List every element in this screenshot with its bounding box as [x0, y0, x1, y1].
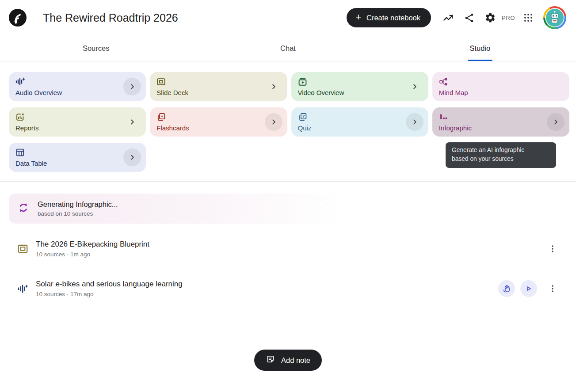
tab-sources[interactable]: Sources: [0, 35, 192, 61]
artifact-actions: [498, 280, 558, 297]
card-label: Slide Deck: [156, 89, 188, 96]
avatar-robot-image: [545, 8, 565, 27]
interactive-mode-hand-icon[interactable]: [498, 280, 515, 297]
notebook-title[interactable]: The Rewired Roadtrip 2026: [43, 11, 178, 24]
google-apps-grid-icon[interactable]: [518, 7, 539, 28]
card-label: Infographic: [439, 124, 472, 132]
chevron-right-icon[interactable]: [123, 113, 141, 131]
notebooklm-logo-icon[interactable]: [9, 9, 27, 27]
studio-card-audio-overview[interactable]: Audio Overview: [9, 72, 146, 101]
tab-sources-label: Sources: [83, 44, 110, 53]
slide-deck-icon: [156, 77, 281, 87]
studio-card-slide-deck[interactable]: Slide Deck: [150, 72, 287, 101]
chevron-right-icon[interactable]: [547, 113, 565, 131]
reports-icon: [15, 112, 140, 122]
generating-subtitle: based on 10 sources: [38, 210, 118, 217]
studio-card-video-overview[interactable]: Video Overview: [291, 72, 428, 101]
more-options-icon[interactable]: [547, 240, 558, 257]
studio-card-data-table[interactable]: Data Table: [9, 143, 146, 172]
chevron-right-icon[interactable]: [406, 113, 423, 131]
create-notebook-label: Create notebook: [366, 14, 420, 22]
footer: Add note: [0, 350, 576, 371]
artifact-actions: [542, 240, 558, 257]
header-icons: PRO: [437, 6, 566, 29]
share-icon[interactable]: [458, 7, 480, 28]
data-table-icon: [15, 148, 140, 157]
header: The Rewired Roadtrip 2026 + Create noteb…: [0, 0, 576, 35]
artifact-text: The 2026 E-Bikepacking Blueprint 10 sour…: [36, 240, 542, 258]
infographic-tooltip: Generate an AI infographic based on your…: [446, 142, 556, 168]
pro-badge: PRO: [502, 15, 515, 21]
more-options-icon[interactable]: [547, 280, 558, 297]
play-icon[interactable]: [520, 280, 537, 297]
note-icon: [266, 354, 275, 366]
mind-map-icon: [439, 77, 563, 87]
active-tab-underline: [468, 60, 492, 61]
slide-deck-icon: [17, 243, 29, 255]
flashcards-icon: [156, 112, 281, 122]
waveform-icon: [17, 283, 29, 294]
card-label: Data Table: [15, 160, 47, 167]
section-divider: [0, 181, 576, 182]
quiz-icon: ?: [298, 112, 422, 122]
studio-card-reports[interactable]: Reports: [9, 107, 146, 137]
tab-bar: Sources Chat Studio: [0, 35, 576, 61]
card-label: Flashcards: [156, 124, 189, 132]
chevron-right-icon[interactable]: [123, 78, 141, 95]
artifact-title: Solar e-bikes and serious language learn…: [36, 280, 498, 289]
chevron-right-icon[interactable]: [406, 78, 423, 95]
video-icon: [298, 77, 422, 87]
generating-title: Generating Infographic...: [38, 200, 118, 209]
generating-infographic-item[interactable]: Generating Infographic... based on 10 so…: [9, 194, 569, 224]
chevron-right-icon[interactable]: [265, 113, 282, 131]
card-label: Reports: [15, 124, 39, 132]
studio-card-flashcards[interactable]: Flashcards: [150, 107, 287, 137]
tab-chat[interactable]: Chat: [192, 35, 384, 61]
tab-studio-label: Studio: [469, 44, 490, 53]
artifact-row-audio-overview[interactable]: Solar e-bikes and serious language learn…: [17, 274, 558, 304]
tooltip-line-2: based on your sources: [452, 155, 550, 164]
card-label: Audio Overview: [15, 89, 62, 96]
tab-studio[interactable]: Studio: [384, 35, 576, 61]
studio-card-quiz[interactable]: ? Quiz: [291, 107, 428, 137]
chevron-right-icon[interactable]: [265, 78, 282, 95]
plus-icon: +: [355, 12, 361, 22]
tab-chat-label: Chat: [280, 44, 296, 53]
artifact-meta: 10 sources · 17m ago: [36, 291, 498, 297]
artifact-text: Solar e-bikes and serious language learn…: [36, 280, 498, 297]
studio-card-infographic[interactable]: Infographic: [432, 107, 569, 137]
generating-text: Generating Infographic... based on 10 so…: [38, 200, 118, 217]
waveform-icon: [15, 77, 140, 87]
artifact-row-slide-deck[interactable]: The 2026 E-Bikepacking Blueprint 10 sour…: [17, 234, 558, 264]
settings-gear-icon[interactable]: [480, 7, 501, 28]
card-label: Video Overview: [298, 89, 344, 96]
analytics-trending-icon[interactable]: [437, 7, 458, 28]
create-notebook-button[interactable]: + Create notebook: [347, 8, 431, 27]
notebooklm-page: The Rewired Roadtrip 2026 + Create noteb…: [0, 0, 576, 392]
sync-spinner-icon: [18, 202, 29, 215]
tooltip-line-1: Generate an AI infographic: [452, 146, 550, 155]
artifact-title: The 2026 E-Bikepacking Blueprint: [36, 240, 542, 249]
account-avatar[interactable]: [543, 6, 566, 29]
svg-text:?: ?: [302, 114, 304, 118]
card-label: Quiz: [298, 124, 312, 132]
chevron-right-icon[interactable]: [123, 148, 141, 166]
add-note-button[interactable]: Add note: [254, 350, 322, 371]
artifact-meta: 10 sources · 1m ago: [36, 251, 542, 258]
card-label: Mind Map: [439, 89, 468, 96]
infographic-icon: [439, 112, 563, 122]
add-note-label: Add note: [281, 356, 310, 365]
studio-card-mind-map[interactable]: Mind Map: [432, 72, 569, 101]
